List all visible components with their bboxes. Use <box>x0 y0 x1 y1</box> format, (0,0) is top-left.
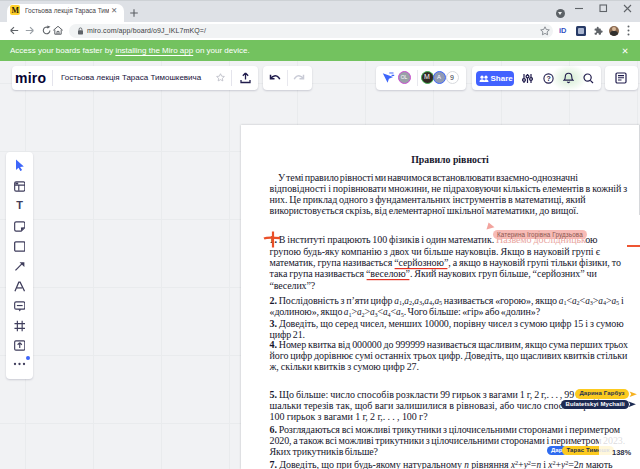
svg-text:?: ? <box>546 74 550 81</box>
